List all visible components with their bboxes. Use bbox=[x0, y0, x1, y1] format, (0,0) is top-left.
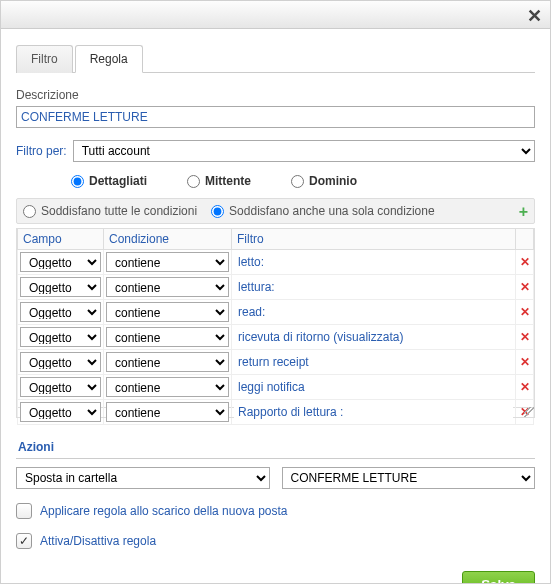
add-condition-icon[interactable]: + bbox=[519, 203, 528, 221]
description-label: Descrizione bbox=[16, 88, 535, 102]
filter-for-label: Filtro per: bbox=[16, 144, 67, 158]
row-filter-input[interactable] bbox=[234, 352, 513, 372]
row-filter-input[interactable] bbox=[234, 302, 513, 322]
filter-for-select[interactable]: Tutti account bbox=[73, 140, 535, 162]
radio-detailed[interactable]: Dettagliati bbox=[71, 174, 147, 188]
row-field-select[interactable]: Oggetto bbox=[20, 327, 101, 347]
row-filter-input[interactable] bbox=[234, 277, 513, 297]
table-row: Oggettocontiene✕ bbox=[18, 300, 534, 325]
col-field: Campo bbox=[18, 229, 104, 250]
row-field-select[interactable]: Oggetto bbox=[20, 277, 101, 297]
radio-cond-all[interactable]: Soddisfano tutte le condizioni bbox=[23, 204, 197, 218]
tab-rule[interactable]: Regola bbox=[75, 45, 143, 73]
condition-mode-bar: Soddisfano tutte le condizioni Soddisfan… bbox=[16, 198, 535, 224]
save-button[interactable]: Salva bbox=[462, 571, 535, 584]
tab-filter[interactable]: Filtro bbox=[16, 45, 73, 73]
row-condition-select[interactable]: contiene bbox=[106, 277, 229, 297]
col-filter: Filtro bbox=[232, 229, 516, 250]
action-type-select[interactable]: Sposta in cartella bbox=[16, 467, 270, 489]
radio-cond-any[interactable]: Soddisfano anche una sola condizione bbox=[211, 204, 435, 218]
row-condition-select[interactable]: contiene bbox=[106, 377, 229, 397]
row-field-select[interactable]: Oggetto bbox=[20, 302, 101, 322]
apply-on-download-label: Applicare regola allo scarico della nuov… bbox=[40, 504, 287, 518]
row-field-select[interactable]: Oggetto bbox=[20, 402, 101, 422]
apply-on-download-checkbox[interactable] bbox=[16, 503, 32, 519]
row-condition-select[interactable]: contiene bbox=[106, 252, 229, 272]
row-filter-input[interactable] bbox=[234, 377, 513, 397]
col-condition: Condizione bbox=[104, 229, 232, 250]
row-delete-icon[interactable]: ✕ bbox=[516, 375, 534, 400]
row-field-select[interactable]: Oggetto bbox=[20, 252, 101, 272]
table-row: Oggettocontiene✕ bbox=[18, 350, 534, 375]
radio-domain[interactable]: Dominio bbox=[291, 174, 357, 188]
row-delete-icon[interactable]: ✕ bbox=[516, 350, 534, 375]
close-icon[interactable]: ✕ bbox=[527, 5, 542, 27]
table-row: Oggettocontiene✕ bbox=[18, 325, 534, 350]
col-delete bbox=[516, 229, 534, 250]
action-target-select[interactable]: CONFERME LETTURE bbox=[282, 467, 536, 489]
row-filter-input[interactable] bbox=[234, 252, 513, 272]
table-row: Oggettocontiene✕ bbox=[18, 250, 534, 275]
table-row: Oggettocontiene✕ bbox=[18, 275, 534, 300]
tab-bar: Filtro Regola bbox=[16, 44, 535, 73]
type-radio-group: Dettagliati Mittente Dominio bbox=[71, 174, 535, 188]
enable-rule-label: Attiva/Disattiva regola bbox=[40, 534, 156, 548]
row-condition-select[interactable]: contiene bbox=[106, 352, 229, 372]
row-delete-icon[interactable]: ✕ bbox=[516, 250, 534, 275]
enable-rule-checkbox[interactable]: ✓ bbox=[16, 533, 32, 549]
actions-heading: Azioni bbox=[16, 432, 535, 459]
description-input[interactable] bbox=[16, 106, 535, 128]
conditions-table: Campo Condizione Filtro Oggettocontiene✕… bbox=[17, 228, 534, 425]
row-delete-icon[interactable]: ✕ bbox=[516, 275, 534, 300]
row-condition-select[interactable]: contiene bbox=[106, 327, 229, 347]
row-delete-icon[interactable]: ✕ bbox=[516, 300, 534, 325]
row-field-select[interactable]: Oggetto bbox=[20, 377, 101, 397]
row-condition-select[interactable]: contiene bbox=[106, 302, 229, 322]
row-filter-input[interactable] bbox=[234, 327, 513, 347]
radio-sender[interactable]: Mittente bbox=[187, 174, 251, 188]
dialog-header: ✕ bbox=[1, 1, 550, 29]
table-row: Oggettocontiene✕ bbox=[18, 375, 534, 400]
row-filter-input[interactable] bbox=[234, 402, 513, 422]
table-row: Oggettocontiene✕ bbox=[18, 400, 534, 425]
row-field-select[interactable]: Oggetto bbox=[20, 352, 101, 372]
row-condition-select[interactable]: contiene bbox=[106, 402, 229, 422]
row-delete-icon[interactable]: ✕ bbox=[516, 325, 534, 350]
